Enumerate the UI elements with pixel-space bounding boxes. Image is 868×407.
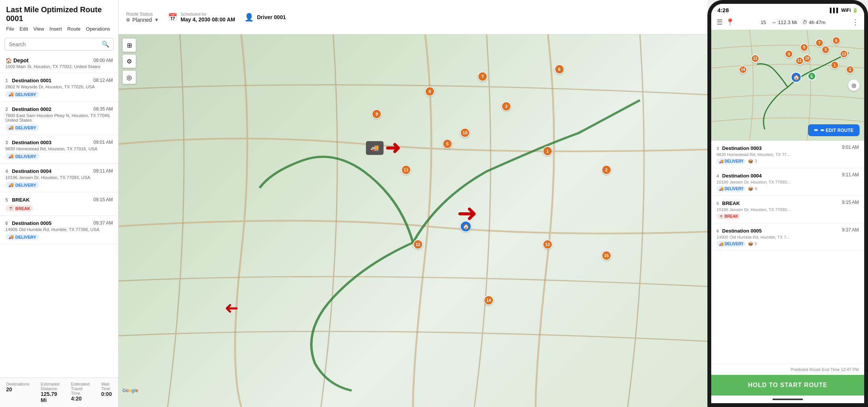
phone-marker-11: 11 — [795, 57, 804, 65]
phone-predicted-time: Predicted Route End Time 12:47 PM — [711, 364, 864, 375]
stop-name-4: Destination 0004 — [12, 168, 51, 174]
phone-map[interactable]: 8 7 6 9 3 10 1 2 11 13 12 14 🏠 E ✏ ✏ EDI… — [711, 30, 864, 141]
stop-name-3: Destination 0003 — [12, 140, 51, 145]
map-marker-15: 15 — [601, 251, 611, 260]
stop-addr-3: 9830 Homestead Rd, Houston, TX 77016, US… — [5, 147, 113, 151]
stop-num-4: 4 — [5, 169, 8, 174]
map-marker-1: 1 — [543, 146, 553, 156]
menu-file[interactable]: File — [6, 26, 14, 32]
map-toolbar: ⊞ ⚙ ◎ — [122, 38, 136, 84]
stop-name-1: Destination 0001 — [12, 78, 51, 83]
driver-name: Driver 0001 — [257, 14, 286, 20]
route-item-depot[interactable]: 🏠 Depot 08:00 AM 1000 Main St, Houston, … — [0, 54, 118, 73]
map-marker-2: 2 — [601, 165, 611, 175]
stop-badge-5: ☕ BREAK — [5, 205, 33, 212]
stop-time-6: 09:37 AM — [93, 220, 113, 226]
phone-stops-stat: 15 — [761, 20, 766, 25]
depot-name: Depot — [13, 57, 29, 63]
route-item-3[interactable]: 3 Destination 0003 09:01 AM 9830 Homeste… — [0, 135, 118, 164]
stop-addr-6: 14905 Old Humble Rd, Humble, TX 77396, U… — [5, 227, 113, 232]
phone-time: 4:28 — [717, 7, 729, 13]
expand-icon[interactable]: ⊞ — [122, 38, 136, 52]
phone-stop-time-6: 9:37 AM — [842, 227, 859, 234]
menu-insert[interactable]: Insert — [49, 26, 62, 32]
status-dropdown-icon[interactable]: ▼ — [154, 17, 159, 23]
phone-stop-time-3: 9:01 AM — [842, 145, 859, 151]
phone-stop-addr-4: 10196 Jensen Dr, Houston, TX 77093... — [717, 180, 859, 184]
phone-stop-badges-3: 🚚 DELIVERY 📦 3 — [717, 158, 859, 164]
phone-distance-value: 112.3 Mi — [778, 20, 797, 25]
route-item-6[interactable]: 6 Destination 0005 09:37 AM 14905 Old Hu… — [0, 216, 118, 244]
left-panel: Last Mile Optimized Route 0001 File Edit… — [0, 0, 119, 407]
phone-stop-badge-6: 🚚 DELIVERY — [717, 241, 746, 247]
menu-route[interactable]: Route — [67, 26, 81, 32]
phone-marker-2: 2 — [846, 65, 854, 74]
stop-addr-4: 10196 Jensen Dr, Houston, TX 77093, USA — [5, 175, 113, 180]
settings-icon[interactable]: ⚙ — [122, 54, 136, 68]
phone-stop-name-6: Destination 0005 — [722, 228, 762, 234]
stop-time-1: 08:12 AM — [93, 78, 113, 83]
stop-badge-6: 🚚 DELIVERY — [5, 234, 39, 240]
home-icon: 🏠 — [5, 57, 12, 63]
route-status-value: Planned — [132, 17, 152, 23]
phone-stop-badges-4: 🚚 DELIVERY 📦 4 — [717, 186, 859, 192]
search-input[interactable] — [9, 41, 102, 47]
search-icon: 🔍 — [102, 41, 109, 48]
google-logo: Google — [122, 388, 138, 393]
driver-section: 👤 Driver 0001 — [244, 13, 286, 22]
stat-destinations: Destinations 20 — [6, 382, 29, 403]
route-status-label: Route Status — [126, 11, 159, 17]
map-marker-11: 11 — [401, 165, 411, 175]
scheduled-label: Scheduled for — [180, 12, 235, 16]
wifi-icon: WiFi — [841, 8, 851, 13]
location-pin-icon[interactable]: 📍 — [726, 18, 734, 26]
route-item-1[interactable]: 1 Destination 0001 08:12 AM 2802 N Waysi… — [0, 73, 118, 102]
map-canvas[interactable]: ⊞ ⚙ ◎ 8 7 6 9 10 3 1 2 5 11 12 13 14 15 … — [119, 34, 707, 407]
phone-route-item-4[interactable]: 4 Destination 0004 9:11 AM 10196 Jensen … — [711, 168, 864, 196]
calendar-icon: 📅 — [168, 13, 177, 22]
map-marker-8: 8 — [425, 86, 435, 96]
depot-time: 08:00 AM — [93, 58, 113, 63]
route-list: 🏠 Depot 08:00 AM 1000 Main St, Houston, … — [0, 54, 118, 378]
phone-stop-num-6: 6 — [717, 229, 719, 233]
stop-num-6: 6 — [5, 221, 8, 226]
map-marker-14: 14 — [484, 295, 494, 305]
phone-my-location-button[interactable]: ◎ — [848, 80, 860, 91]
phone-mockup: 4:28 ▌▌▌ WiFi 🔋 ☰ 📍 15 ↔ 112.3 Mi ⏱ — [707, 0, 868, 407]
location-icon[interactable]: ◎ — [122, 70, 136, 84]
phone-route-item-3[interactable]: 3 Destination 0003 9:01 AM 9830 Homestea… — [711, 141, 864, 168]
stop-time-2: 08:35 AM — [93, 106, 113, 112]
signal-icon: ▌▌▌ — [830, 8, 840, 13]
phone-marker-14b: 14 — [739, 65, 747, 74]
map-marker-9: 9 — [372, 109, 382, 119]
driver-icon: 👤 — [244, 13, 254, 22]
stop-badge-2: 🚚 DELIVERY — [5, 124, 39, 131]
truck-icon: 🚚 — [366, 141, 384, 155]
stop-badge-3: 🚚 DELIVERY — [5, 153, 39, 160]
phone-hold-start-button[interactable]: HOLD TO START ROUTE — [711, 375, 864, 396]
stop-badge-4: 🚚 DELIVERY — [5, 182, 39, 188]
menu-view[interactable]: View — [33, 26, 44, 32]
phone-marker-10: 10 — [803, 54, 811, 63]
map-roads-svg — [119, 34, 707, 407]
phone-route-list: 3 Destination 0003 9:01 AM 9830 Homestea… — [711, 141, 864, 364]
phone-route-item-break[interactable]: 5 BREAK 9:15 AM 10196 Jensen Dr, Houston… — [711, 196, 864, 223]
phone-stop-badges-break: ☕ BREAK — [717, 213, 859, 219]
clock-icon: ⏱ — [802, 20, 807, 25]
stop-num-1: 1 — [5, 78, 8, 83]
phone-stop-name-3: Destination 0003 — [722, 145, 762, 151]
phone-inner: 4:28 ▌▌▌ WiFi 🔋 ☰ 📍 15 ↔ 112.3 Mi ⏱ — [711, 4, 864, 403]
route-item-5[interactable]: 5 BREAK 09:15 AM ☕ BREAK — [0, 192, 118, 216]
hamburger-icon[interactable]: ☰ — [717, 18, 723, 26]
route-item-4[interactable]: 4 Destination 0004 09:11 AM 10196 Jensen… — [0, 164, 118, 192]
route-item-2[interactable]: 2 Destination 0002 08:35 AM 7600 East Sa… — [0, 102, 118, 135]
phone-stop-time-break: 9:15 AM — [842, 200, 859, 207]
menu-edit[interactable]: Edit — [20, 26, 28, 32]
phone-time-value: 4h 47m — [809, 20, 825, 25]
phone-route-item-6[interactable]: 6 Destination 0005 9:37 AM 14905 Old Hum… — [711, 223, 864, 251]
left-arrow-indicator: ➜ — [224, 298, 239, 317]
more-options-icon[interactable]: ⋮ — [852, 18, 859, 26]
phone-edit-route-button[interactable]: ✏ ✏ EDIT ROUTE — [808, 124, 860, 136]
menu-operations[interactable]: Operations — [86, 26, 111, 32]
home-bar — [772, 399, 803, 400]
